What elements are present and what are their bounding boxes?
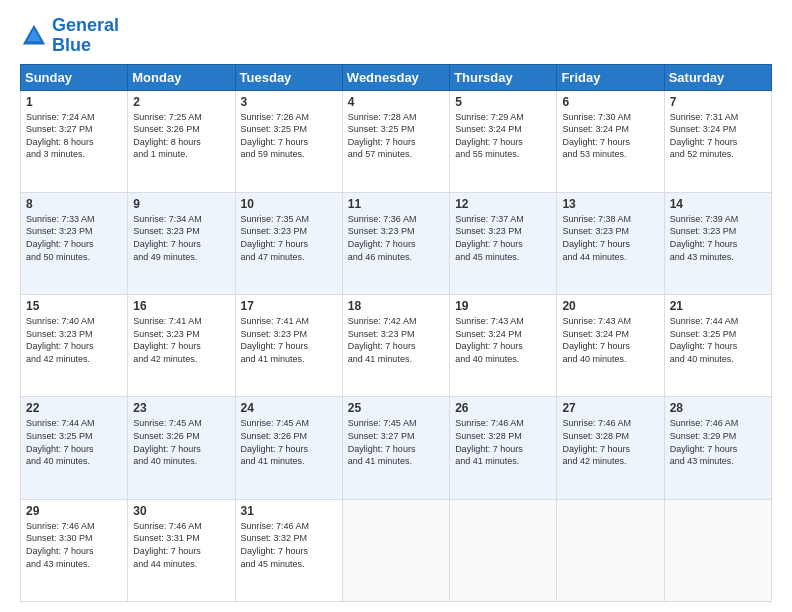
day-info: Sunrise: 7:44 AM Sunset: 3:25 PM Dayligh… — [26, 417, 122, 467]
day-number: 16 — [133, 299, 229, 313]
day-number: 15 — [26, 299, 122, 313]
day-number: 27 — [562, 401, 658, 415]
day-info: Sunrise: 7:35 AM Sunset: 3:23 PM Dayligh… — [241, 213, 337, 263]
day-number: 7 — [670, 95, 766, 109]
day-number: 31 — [241, 504, 337, 518]
calendar-day-header: Thursday — [450, 64, 557, 90]
day-info: Sunrise: 7:25 AM Sunset: 3:26 PM Dayligh… — [133, 111, 229, 161]
day-number: 24 — [241, 401, 337, 415]
calendar-cell: 19Sunrise: 7:43 AM Sunset: 3:24 PM Dayli… — [450, 295, 557, 397]
calendar-cell: 25Sunrise: 7:45 AM Sunset: 3:27 PM Dayli… — [342, 397, 449, 499]
calendar-week-row: 22Sunrise: 7:44 AM Sunset: 3:25 PM Dayli… — [21, 397, 772, 499]
calendar-cell: 16Sunrise: 7:41 AM Sunset: 3:23 PM Dayli… — [128, 295, 235, 397]
day-info: Sunrise: 7:33 AM Sunset: 3:23 PM Dayligh… — [26, 213, 122, 263]
logo-icon — [20, 22, 48, 50]
calendar-cell — [664, 499, 771, 601]
calendar-cell: 23Sunrise: 7:45 AM Sunset: 3:26 PM Dayli… — [128, 397, 235, 499]
logo-text: General Blue — [52, 16, 119, 56]
calendar-day-header: Sunday — [21, 64, 128, 90]
logo: General Blue — [20, 16, 119, 56]
day-number: 5 — [455, 95, 551, 109]
calendar-week-row: 15Sunrise: 7:40 AM Sunset: 3:23 PM Dayli… — [21, 295, 772, 397]
day-info: Sunrise: 7:43 AM Sunset: 3:24 PM Dayligh… — [562, 315, 658, 365]
day-number: 10 — [241, 197, 337, 211]
day-number: 30 — [133, 504, 229, 518]
day-info: Sunrise: 7:46 AM Sunset: 3:29 PM Dayligh… — [670, 417, 766, 467]
day-number: 4 — [348, 95, 444, 109]
day-number: 1 — [26, 95, 122, 109]
day-number: 14 — [670, 197, 766, 211]
calendar-day-header: Saturday — [664, 64, 771, 90]
day-info: Sunrise: 7:46 AM Sunset: 3:30 PM Dayligh… — [26, 520, 122, 570]
calendar-cell — [557, 499, 664, 601]
calendar-cell: 2Sunrise: 7:25 AM Sunset: 3:26 PM Daylig… — [128, 90, 235, 192]
calendar-week-row: 29Sunrise: 7:46 AM Sunset: 3:30 PM Dayli… — [21, 499, 772, 601]
day-info: Sunrise: 7:34 AM Sunset: 3:23 PM Dayligh… — [133, 213, 229, 263]
day-number: 25 — [348, 401, 444, 415]
day-info: Sunrise: 7:40 AM Sunset: 3:23 PM Dayligh… — [26, 315, 122, 365]
day-info: Sunrise: 7:46 AM Sunset: 3:32 PM Dayligh… — [241, 520, 337, 570]
calendar-cell: 14Sunrise: 7:39 AM Sunset: 3:23 PM Dayli… — [664, 192, 771, 294]
calendar-cell: 30Sunrise: 7:46 AM Sunset: 3:31 PM Dayli… — [128, 499, 235, 601]
day-number: 18 — [348, 299, 444, 313]
calendar-cell: 22Sunrise: 7:44 AM Sunset: 3:25 PM Dayli… — [21, 397, 128, 499]
calendar-table: SundayMondayTuesdayWednesdayThursdayFrid… — [20, 64, 772, 602]
calendar-week-row: 8Sunrise: 7:33 AM Sunset: 3:23 PM Daylig… — [21, 192, 772, 294]
calendar-cell: 7Sunrise: 7:31 AM Sunset: 3:24 PM Daylig… — [664, 90, 771, 192]
day-info: Sunrise: 7:46 AM Sunset: 3:28 PM Dayligh… — [562, 417, 658, 467]
day-info: Sunrise: 7:41 AM Sunset: 3:23 PM Dayligh… — [241, 315, 337, 365]
day-info: Sunrise: 7:46 AM Sunset: 3:31 PM Dayligh… — [133, 520, 229, 570]
day-number: 2 — [133, 95, 229, 109]
day-info: Sunrise: 7:45 AM Sunset: 3:26 PM Dayligh… — [241, 417, 337, 467]
day-number: 3 — [241, 95, 337, 109]
day-info: Sunrise: 7:29 AM Sunset: 3:24 PM Dayligh… — [455, 111, 551, 161]
calendar-cell — [450, 499, 557, 601]
day-info: Sunrise: 7:38 AM Sunset: 3:23 PM Dayligh… — [562, 213, 658, 263]
day-number: 26 — [455, 401, 551, 415]
calendar-cell: 27Sunrise: 7:46 AM Sunset: 3:28 PM Dayli… — [557, 397, 664, 499]
day-info: Sunrise: 7:24 AM Sunset: 3:27 PM Dayligh… — [26, 111, 122, 161]
calendar-cell: 29Sunrise: 7:46 AM Sunset: 3:30 PM Dayli… — [21, 499, 128, 601]
calendar-cell: 9Sunrise: 7:34 AM Sunset: 3:23 PM Daylig… — [128, 192, 235, 294]
day-info: Sunrise: 7:36 AM Sunset: 3:23 PM Dayligh… — [348, 213, 444, 263]
calendar-cell: 26Sunrise: 7:46 AM Sunset: 3:28 PM Dayli… — [450, 397, 557, 499]
day-number: 8 — [26, 197, 122, 211]
day-number: 9 — [133, 197, 229, 211]
calendar-cell: 31Sunrise: 7:46 AM Sunset: 3:32 PM Dayli… — [235, 499, 342, 601]
header: General Blue — [20, 16, 772, 56]
calendar-cell: 17Sunrise: 7:41 AM Sunset: 3:23 PM Dayli… — [235, 295, 342, 397]
day-number: 22 — [26, 401, 122, 415]
calendar-cell: 20Sunrise: 7:43 AM Sunset: 3:24 PM Dayli… — [557, 295, 664, 397]
calendar-week-row: 1Sunrise: 7:24 AM Sunset: 3:27 PM Daylig… — [21, 90, 772, 192]
day-info: Sunrise: 7:30 AM Sunset: 3:24 PM Dayligh… — [562, 111, 658, 161]
calendar-day-header: Tuesday — [235, 64, 342, 90]
day-number: 12 — [455, 197, 551, 211]
day-info: Sunrise: 7:41 AM Sunset: 3:23 PM Dayligh… — [133, 315, 229, 365]
day-number: 13 — [562, 197, 658, 211]
day-info: Sunrise: 7:39 AM Sunset: 3:23 PM Dayligh… — [670, 213, 766, 263]
calendar-cell: 15Sunrise: 7:40 AM Sunset: 3:23 PM Dayli… — [21, 295, 128, 397]
calendar-cell: 5Sunrise: 7:29 AM Sunset: 3:24 PM Daylig… — [450, 90, 557, 192]
day-number: 11 — [348, 197, 444, 211]
day-info: Sunrise: 7:26 AM Sunset: 3:25 PM Dayligh… — [241, 111, 337, 161]
day-info: Sunrise: 7:42 AM Sunset: 3:23 PM Dayligh… — [348, 315, 444, 365]
day-number: 23 — [133, 401, 229, 415]
calendar-cell — [342, 499, 449, 601]
calendar-cell: 28Sunrise: 7:46 AM Sunset: 3:29 PM Dayli… — [664, 397, 771, 499]
day-info: Sunrise: 7:44 AM Sunset: 3:25 PM Dayligh… — [670, 315, 766, 365]
day-number: 17 — [241, 299, 337, 313]
day-number: 20 — [562, 299, 658, 313]
calendar-cell: 13Sunrise: 7:38 AM Sunset: 3:23 PM Dayli… — [557, 192, 664, 294]
calendar-day-header: Wednesday — [342, 64, 449, 90]
calendar-cell: 18Sunrise: 7:42 AM Sunset: 3:23 PM Dayli… — [342, 295, 449, 397]
day-info: Sunrise: 7:37 AM Sunset: 3:23 PM Dayligh… — [455, 213, 551, 263]
calendar-cell: 11Sunrise: 7:36 AM Sunset: 3:23 PM Dayli… — [342, 192, 449, 294]
calendar-header-row: SundayMondayTuesdayWednesdayThursdayFrid… — [21, 64, 772, 90]
day-info: Sunrise: 7:45 AM Sunset: 3:27 PM Dayligh… — [348, 417, 444, 467]
day-info: Sunrise: 7:43 AM Sunset: 3:24 PM Dayligh… — [455, 315, 551, 365]
day-info: Sunrise: 7:46 AM Sunset: 3:28 PM Dayligh… — [455, 417, 551, 467]
day-number: 19 — [455, 299, 551, 313]
day-info: Sunrise: 7:28 AM Sunset: 3:25 PM Dayligh… — [348, 111, 444, 161]
calendar-cell: 3Sunrise: 7:26 AM Sunset: 3:25 PM Daylig… — [235, 90, 342, 192]
calendar-cell: 21Sunrise: 7:44 AM Sunset: 3:25 PM Dayli… — [664, 295, 771, 397]
